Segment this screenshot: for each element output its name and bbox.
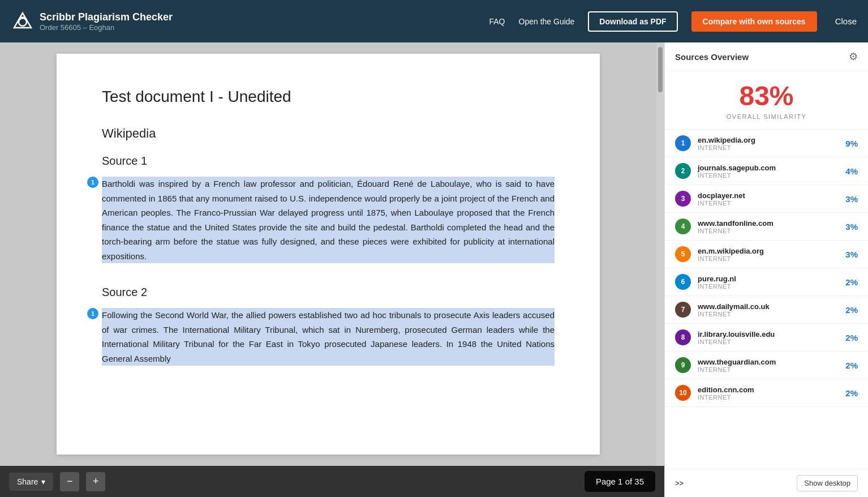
source-list-item[interactable]: 6 pure.rug.nl INTERNET 2% bbox=[665, 268, 868, 296]
source-list-item[interactable]: 5 en.m.wikipedia.org INTERNET 3% bbox=[665, 241, 868, 268]
share-label: Share bbox=[17, 477, 38, 486]
source-domain: en.wikipedia.org bbox=[698, 136, 839, 144]
share-button[interactable]: Share ▾ bbox=[9, 473, 53, 491]
source-list-item[interactable]: 8 ir.library.louisville.edu INTERNET 2% bbox=[665, 324, 868, 352]
similarity-section: 83% OVERALL SIMILARITY bbox=[665, 71, 868, 130]
bottom-bar: Share ▾ − + Page 1 of 35 bbox=[0, 466, 664, 497]
source-domain: edition.cnn.com bbox=[698, 385, 839, 394]
source-num-badge: 7 bbox=[675, 302, 691, 318]
source-type: INTERNET bbox=[698, 394, 839, 401]
source-list-item[interactable]: 10 edition.cnn.com INTERNET 2% bbox=[665, 379, 868, 407]
source-block-1: Source 1 1 Bartholdi was inspired by a F… bbox=[102, 155, 555, 263]
compare-sources-button[interactable]: Compare with own sources bbox=[691, 11, 817, 32]
source-info: en.m.wikipedia.org INTERNET bbox=[698, 247, 839, 262]
source-list-item[interactable]: 7 www.dailymail.co.uk INTERNET 2% bbox=[665, 296, 868, 324]
close-button[interactable]: Close bbox=[835, 16, 857, 26]
source-num-badge: 4 bbox=[675, 218, 691, 234]
document-area: Test document I - Unedited Wikipedia Sou… bbox=[0, 42, 664, 497]
source-info: journals.sagepub.com INTERNET bbox=[698, 164, 839, 179]
source-list-item[interactable]: 4 www.tandfonline.com INTERNET 3% bbox=[665, 213, 868, 241]
source-domain: www.dailymail.co.uk bbox=[698, 302, 839, 311]
source-type: INTERNET bbox=[698, 283, 839, 290]
source-num-badge: 8 bbox=[675, 329, 691, 345]
sidebar-title: Sources Overview bbox=[675, 52, 749, 62]
source-domain: en.m.wikipedia.org bbox=[698, 247, 839, 255]
source-2-badge[interactable]: 1 bbox=[87, 308, 98, 319]
download-pdf-button[interactable]: Download as PDF bbox=[588, 11, 677, 32]
source-domain: www.theguardian.com bbox=[698, 358, 839, 366]
faq-link[interactable]: FAQ bbox=[489, 17, 505, 26]
source-info: ir.library.louisville.edu INTERNET bbox=[698, 330, 839, 345]
expand-button[interactable]: >> bbox=[675, 479, 684, 487]
source-percentage: 3% bbox=[845, 194, 858, 204]
source-info: edition.cnn.com INTERNET bbox=[698, 385, 839, 401]
source-info: www.tandfonline.com INTERNET bbox=[698, 219, 839, 234]
similarity-percent: 83% bbox=[675, 83, 858, 110]
source-1-text: Bartholdi was inspired by a French law p… bbox=[102, 177, 555, 263]
main-layout: Test document I - Unedited Wikipedia Sou… bbox=[0, 42, 868, 497]
source-type: INTERNET bbox=[698, 144, 839, 151]
sidebar-bottom: >> Show desktop bbox=[665, 469, 868, 497]
order-subtitle: Order 56605 – Eoghan bbox=[40, 23, 173, 32]
source-2-text: Following the Second World War, the alli… bbox=[102, 308, 555, 366]
source-block-2: Source 2 1 Following the Second World Wa… bbox=[102, 286, 555, 366]
source-domain: docplayer.net bbox=[698, 191, 839, 200]
gear-icon[interactable]: ⚙ bbox=[849, 50, 858, 63]
source-list-item[interactable]: 2 journals.sagepub.com INTERNET 4% bbox=[665, 157, 868, 185]
source-num-badge: 2 bbox=[675, 163, 691, 179]
show-desktop-button[interactable]: Show desktop bbox=[797, 475, 858, 491]
source-list-item[interactable]: 9 www.theguardian.com INTERNET 2% bbox=[665, 352, 868, 379]
source-list-item[interactable]: 1 en.wikipedia.org INTERNET 9% bbox=[665, 130, 868, 157]
source-type: INTERNET bbox=[698, 200, 839, 207]
source-info: www.theguardian.com INTERNET bbox=[698, 358, 839, 373]
source-percentage: 2% bbox=[845, 305, 858, 315]
logo-group: Scribbr Plagiarism Checker Order 56605 –… bbox=[11, 10, 173, 33]
source-info: pure.rug.nl INTERNET bbox=[698, 275, 839, 290]
source-percentage: 2% bbox=[845, 333, 858, 342]
source-domain: journals.sagepub.com bbox=[698, 164, 839, 172]
source-info: en.wikipedia.org INTERNET bbox=[698, 136, 839, 151]
source-domain: ir.library.louisville.edu bbox=[698, 330, 839, 339]
source-percentage: 4% bbox=[845, 166, 858, 176]
source-percentage: 2% bbox=[845, 277, 858, 287]
document-scroll[interactable]: Test document I - Unedited Wikipedia Sou… bbox=[0, 42, 656, 466]
source-list-item[interactable]: 3 docplayer.net INTERNET 3% bbox=[665, 185, 868, 213]
logo-icon bbox=[11, 10, 34, 33]
source-percentage: 3% bbox=[845, 222, 858, 232]
document-title: Test document I - Unedited bbox=[102, 88, 555, 106]
source-type: INTERNET bbox=[698, 255, 839, 262]
source-1-title: Source 1 bbox=[102, 155, 555, 168]
source-type: INTERNET bbox=[698, 172, 839, 179]
similarity-label: OVERALL SIMILARITY bbox=[675, 113, 858, 120]
source-type: INTERNET bbox=[698, 366, 839, 373]
source-percentage: 3% bbox=[845, 250, 858, 259]
header-nav: FAQ Open the Guide Download as PDF Compa… bbox=[489, 11, 857, 32]
source-num-badge: 9 bbox=[675, 357, 691, 373]
sidebar-header: Sources Overview ⚙ bbox=[665, 42, 868, 71]
page-info: Page 1 of 35 bbox=[585, 471, 655, 492]
guide-link[interactable]: Open the Guide bbox=[519, 17, 575, 26]
source-num-badge: 5 bbox=[675, 246, 691, 262]
app-header: Scribbr Plagiarism Checker Order 56605 –… bbox=[0, 0, 868, 42]
source-num-badge: 1 bbox=[675, 135, 691, 151]
document-paper: Test document I - Unedited Wikipedia Sou… bbox=[57, 54, 600, 455]
document-section: Wikipedia bbox=[102, 126, 555, 141]
header-title-group: Scribbr Plagiarism Checker Order 56605 –… bbox=[40, 11, 173, 32]
scrollbar-thumb[interactable] bbox=[658, 47, 663, 92]
source-percentage: 2% bbox=[845, 361, 858, 370]
source-percentage: 2% bbox=[845, 388, 858, 398]
source-1-badge[interactable]: 1 bbox=[87, 177, 98, 188]
document-scrollbar[interactable] bbox=[656, 42, 664, 466]
app-title: Scribbr Plagiarism Checker bbox=[40, 11, 173, 23]
source-type: INTERNET bbox=[698, 228, 839, 234]
sources-list[interactable]: 1 en.wikipedia.org INTERNET 9% 2 journal… bbox=[665, 130, 868, 469]
source-domain: pure.rug.nl bbox=[698, 275, 839, 283]
zoom-out-button[interactable]: − bbox=[60, 472, 79, 491]
source-num-badge: 3 bbox=[675, 191, 691, 207]
source-type: INTERNET bbox=[698, 339, 839, 345]
source-info: www.dailymail.co.uk INTERNET bbox=[698, 302, 839, 318]
zoom-in-button[interactable]: + bbox=[86, 472, 105, 491]
chevron-down-icon: ▾ bbox=[41, 477, 45, 486]
source-type: INTERNET bbox=[698, 311, 839, 318]
source-2-title: Source 2 bbox=[102, 286, 555, 299]
